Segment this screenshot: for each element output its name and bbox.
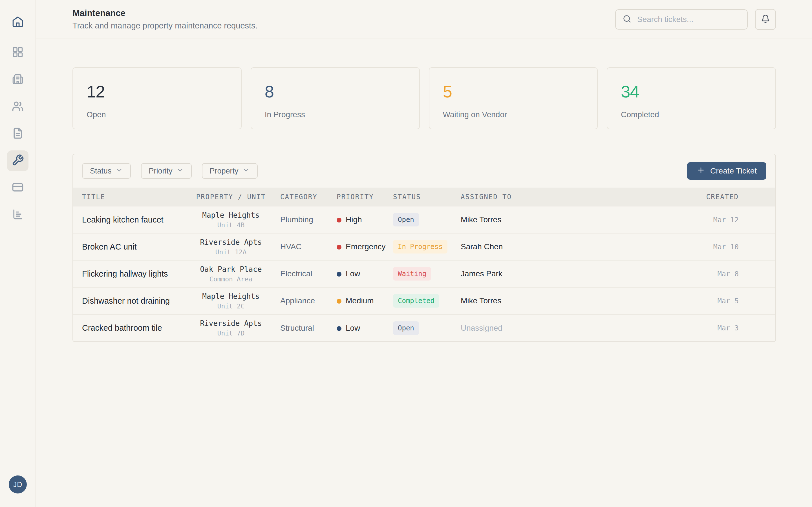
ticket-title: Broken AC unit (73, 233, 182, 260)
create-ticket-label: Create Ticket (710, 166, 757, 175)
filter-label: Priority (149, 167, 172, 175)
property-cell: Maple HeightsUnit 4B (182, 206, 280, 233)
chevron-down-icon (243, 166, 250, 176)
column-header: PROPERTY / UNIT (182, 187, 280, 206)
stat-card-in-progress: 8 In Progress (251, 67, 420, 129)
stat-value: 34 (621, 82, 762, 101)
stat-value: 12 (87, 82, 227, 101)
create-ticket-button[interactable]: Create Ticket (687, 162, 766, 180)
unit-label: Unit 12A (182, 248, 280, 256)
users-icon (11, 100, 24, 114)
page-heading: Maintenance Track and manage property ma… (72, 8, 258, 31)
home-icon[interactable] (7, 11, 28, 32)
grid-icon (11, 46, 24, 59)
chevron-down-icon (116, 166, 123, 176)
tickets-panel: Status Priority Property Create Ticket (72, 154, 776, 342)
ticket-row[interactable]: Flickering hallway lightsOak Park PlaceC… (73, 260, 775, 287)
priority-label: Medium (346, 296, 374, 305)
priority-cell: Low (337, 260, 393, 287)
assignee-label: Sarah Chen (461, 233, 650, 260)
status-filter-dropdown[interactable]: Status (82, 163, 131, 179)
priority-cell: Emergency (337, 233, 393, 260)
status-cell: Waiting (393, 260, 461, 287)
property-cell: Riverside AptsUnit 12A (182, 233, 280, 260)
column-header: TITLE (73, 187, 182, 206)
created-date: Mar 12 (650, 206, 775, 233)
category-label: Structural (280, 314, 337, 341)
filter-label: Status (90, 167, 112, 175)
status-badge: Waiting (393, 267, 431, 281)
ticket-row[interactable]: Leaking kitchen faucetMaple HeightsUnit … (73, 206, 775, 233)
chevron-down-icon (176, 166, 184, 176)
sidebar-item-payments[interactable] (7, 177, 29, 198)
credit-card-icon (11, 181, 24, 194)
priority-cell: Low (337, 314, 393, 341)
column-header: ASSIGNED TO (461, 187, 650, 206)
tickets-tbody: Leaking kitchen faucetMaple HeightsUnit … (73, 206, 775, 341)
stat-label: In Progress (265, 110, 406, 119)
ticket-title: Dishwasher not draining (73, 287, 182, 314)
category-label: HVAC (280, 233, 337, 260)
ticket-row[interactable]: Dishwasher not drainingMaple HeightsUnit… (73, 287, 775, 314)
table-header-row: TITLEPROPERTY / UNITCATEGORYPRIORITYSTAT… (73, 187, 775, 206)
user-avatar[interactable]: JD (9, 475, 27, 494)
property-cell: Riverside AptsUnit 7D (182, 314, 280, 341)
unit-label: Unit 7D (182, 330, 280, 337)
ticket-title: Flickering hallway lights (73, 260, 182, 287)
priority-dot (337, 299, 342, 304)
priority-cell: High (337, 206, 393, 233)
search-input[interactable] (637, 15, 741, 24)
category-label: Appliance (280, 287, 337, 314)
column-header: PRIORITY (337, 187, 393, 206)
ticket-row[interactable]: Cracked bathroom tileRiverside AptsUnit … (73, 314, 775, 341)
main-area: Maintenance Track and manage property ma… (36, 0, 812, 507)
priority-filter-dropdown[interactable]: Priority (141, 163, 192, 179)
unit-label: Unit 4B (182, 221, 280, 229)
sidebar-nav (7, 42, 29, 225)
filters-toolbar: Status Priority Property Create Ticket (73, 154, 775, 187)
property-cell: Maple HeightsUnit 2C (182, 287, 280, 314)
assignee-label: James Park (461, 260, 650, 287)
status-cell: In Progress (393, 233, 461, 260)
property-filter-dropdown[interactable]: Property (202, 163, 258, 179)
building-icon (11, 73, 24, 87)
tickets-table: TITLEPROPERTY / UNITCATEGORYPRIORITYSTAT… (73, 187, 775, 341)
ticket-row[interactable]: Broken AC unitRiverside AptsUnit 12AHVAC… (73, 233, 775, 260)
property-cell: Oak Park PlaceCommon Area (182, 260, 280, 287)
priority-label: High (346, 215, 362, 224)
priority-label: Emergency (346, 242, 386, 251)
assignee-label: Mike Torres (461, 206, 650, 233)
stat-label: Completed (621, 110, 762, 119)
sidebar-item-leases[interactable] (7, 123, 29, 144)
status-badge: Open (393, 213, 419, 226)
filter-label: Property (210, 167, 239, 175)
priority-label: Low (346, 269, 360, 278)
table-header: TITLEPROPERTY / UNITCATEGORYPRIORITYSTAT… (73, 187, 775, 206)
sidebar-item-dashboard[interactable] (7, 42, 29, 63)
stat-value: 5 (443, 82, 584, 101)
priority-dot (337, 326, 342, 331)
search-box[interactable] (615, 9, 748, 30)
sidebar-item-maintenance[interactable] (7, 151, 29, 171)
priority-dot (337, 245, 342, 249)
ticket-title: Leaking kitchen faucet (73, 206, 182, 233)
property-name: Riverside Apts (182, 238, 280, 246)
created-date: Mar 5 (650, 287, 775, 314)
stat-card-completed: 34 Completed (607, 67, 776, 129)
stat-card-open: 12 Open (72, 67, 242, 129)
sidebar-item-reports[interactable] (7, 205, 29, 225)
bell-icon (761, 14, 770, 24)
sidebar-item-tenants[interactable] (7, 96, 29, 117)
page-title: Maintenance (72, 8, 258, 18)
plus-icon (697, 166, 705, 176)
wrench-icon (11, 154, 24, 168)
priority-dot (337, 218, 342, 223)
property-name: Oak Park Place (182, 265, 280, 274)
priority-cell: Medium (337, 287, 393, 314)
property-name: Maple Heights (182, 292, 280, 300)
assignee-label: Unassigned (461, 314, 650, 341)
property-name: Maple Heights (182, 211, 280, 219)
notifications-button[interactable] (755, 9, 776, 30)
stat-card-waiting: 5 Waiting on Vendor (429, 67, 598, 129)
sidebar-item-properties[interactable] (7, 69, 29, 90)
